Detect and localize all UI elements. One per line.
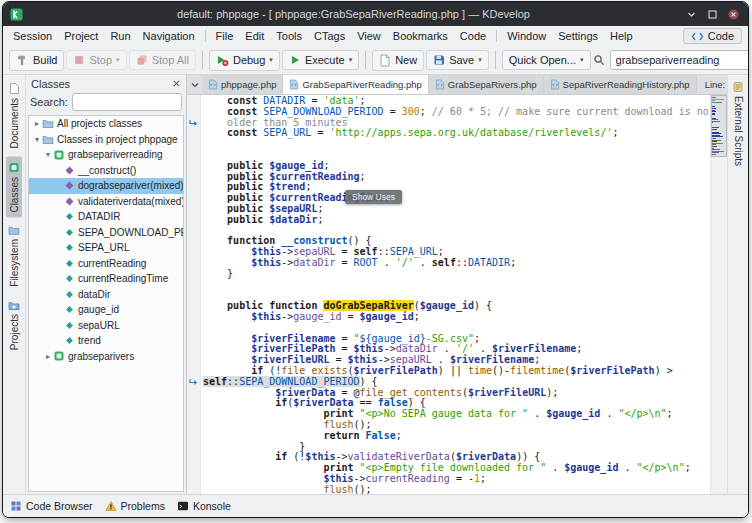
code-line[interactable]: $this->gauge_id = $gauge_id; (203, 312, 710, 323)
code-token: $sepaURL (269, 203, 317, 214)
expander-right-icon[interactable]: ▸ (43, 352, 53, 361)
code-line[interactable]: public $dataDir; (203, 215, 710, 226)
toolbar-button-save[interactable]: Save▾ (426, 50, 489, 70)
code-token: $gauge_id (360, 311, 414, 322)
app-icon (10, 8, 23, 21)
field-icon (64, 273, 75, 284)
editor-tab-phppage-php[interactable]: phppage.php (202, 75, 283, 94)
editor-tab-separiverreadinghistory-php[interactable]: SepaRiverReadingHistory.php (544, 75, 697, 94)
code-token: ; (360, 171, 366, 182)
menu-tools[interactable]: Tools (270, 28, 308, 44)
code-token: time (468, 365, 492, 376)
tree-item-dograbsepariver-mixed[interactable]: dograbsepariver(mixed) (29, 178, 183, 194)
code-line[interactable]: const SEPA_URL = 'http://apps.sepa.org.u… (203, 128, 710, 139)
toolbar-button-stop[interactable]: Stop▾ (66, 50, 126, 70)
stopall-icon (136, 54, 148, 66)
classicon-icon (53, 350, 65, 362)
close-icon (172, 79, 181, 88)
tree-item-gauge-id[interactable]: gauge_id (29, 302, 183, 318)
menu-window[interactable]: Window (501, 28, 552, 44)
code-line[interactable]: $this->dataDir = ROOT . '/' . self::DATA… (203, 258, 710, 269)
sidebar-tab-filesystem[interactable]: Filesystem (6, 220, 22, 292)
editor-gutter[interactable] (187, 95, 201, 494)
toolbar-button-new[interactable]: New (372, 50, 424, 71)
minimap[interactable] (710, 95, 727, 494)
code-line[interactable] (203, 139, 710, 150)
codebrowser-icon (10, 500, 22, 512)
document-list-button[interactable] (187, 75, 202, 94)
cursor-position: Line: 32 Col: 21 (697, 75, 727, 94)
minimize-button[interactable] (684, 7, 699, 22)
menu-ctags[interactable]: CTags (308, 28, 351, 44)
bottom-tab-konsole[interactable]: Konsole (177, 500, 231, 512)
panel-close-button[interactable] (172, 78, 181, 90)
menu-settings[interactable]: Settings (552, 28, 604, 44)
tree-item-sepaurl[interactable]: sepaURL (29, 318, 183, 334)
tree-item-classes-in-project-phppage[interactable]: ▾Classes in project phppage (29, 132, 183, 148)
tree-item-trend[interactable]: trend (29, 333, 183, 349)
tree-item-grabseparivers[interactable]: ▸grabseparivers (29, 349, 183, 365)
tree-item-sepa-url[interactable]: SEPA_URL (29, 240, 183, 256)
field-icon (64, 211, 75, 222)
sidebar-tab-documents[interactable]: Documents (7, 78, 22, 154)
titlebar[interactable]: default: phppage - [ phppage:GrabSepaRiv… (3, 2, 748, 26)
code-line[interactable]: } (203, 269, 710, 280)
menu-file[interactable]: File (210, 28, 240, 44)
bottom-tab-code-browser[interactable]: Code Browser (10, 500, 93, 512)
code-line[interactable] (203, 280, 710, 291)
code-token: = (335, 333, 353, 344)
code-line[interactable]: flush(); (203, 485, 710, 494)
field-icon (64, 304, 75, 315)
tree-item-currentreadingtime[interactable]: currentReadingTime (29, 271, 183, 287)
search-icon[interactable] (593, 54, 605, 66)
field-icon (64, 242, 75, 253)
sidebar-tab-projects[interactable]: Projects (6, 295, 22, 355)
sidebar-tab-classes[interactable]: Classes (6, 157, 22, 218)
toolbar-button-quick-open[interactable]: Quick Open...▾ (502, 50, 591, 70)
menu-bookmarks[interactable]: Bookmarks (387, 28, 454, 44)
tree-item-currentreading[interactable]: currentReading (29, 256, 183, 272)
expander-right-icon[interactable]: ▸ (32, 119, 42, 128)
code-token: __construct (281, 235, 347, 246)
menu-view[interactable]: View (351, 28, 387, 44)
tree-item-grabsepariverreading[interactable]: ▾grabsepariverreading (29, 147, 183, 163)
chevron-down-icon (686, 9, 697, 20)
code-token: public (227, 160, 269, 171)
bottom-tab-problems[interactable]: Problems (105, 500, 165, 512)
expander-down-icon[interactable]: ▾ (43, 150, 53, 159)
editor-tab-grabseparivers-php[interactable]: GrabSepaRivers.php (429, 75, 544, 94)
code-token: $riverData (293, 397, 353, 408)
menu-navigation[interactable]: Navigation (137, 28, 201, 44)
tree-item-sepa-download-period[interactable]: SEPA_DOWNLOAD_PERIOD (29, 225, 183, 241)
menu-run[interactable]: Run (104, 28, 136, 44)
expander-down-icon[interactable]: ▾ (32, 135, 42, 144)
toolbar-button-execute[interactable]: Execute▾ (282, 50, 359, 70)
tree-item-construct[interactable]: __construct() (29, 163, 183, 179)
close-button[interactable] (726, 7, 741, 22)
search-input[interactable] (610, 50, 749, 70)
tree-item-all-projects-classes[interactable]: ▸All projects classes (29, 116, 183, 132)
menu-code[interactable]: Code (454, 28, 492, 44)
toolbar-button-build[interactable]: Build (9, 50, 64, 71)
menu-session[interactable]: Session (7, 28, 58, 44)
menu-help[interactable]: Help (604, 28, 639, 44)
editor-tab-grabsepariverreading-php[interactable]: GrabSepaRiverReading.php (283, 75, 428, 94)
tree-item-datadir[interactable]: dataDir (29, 287, 183, 303)
menu-edit[interactable]: Edit (239, 28, 270, 44)
minimap-slider[interactable] (711, 95, 727, 157)
tree-item-datadir[interactable]: DATADIR (29, 209, 183, 225)
area-switcher-button[interactable]: Code (683, 28, 742, 44)
toolbar-button-stop-all[interactable]: Stop All (129, 50, 196, 70)
code-token: public (227, 171, 269, 182)
toolbar-button-debug[interactable]: Debug▾ (209, 50, 280, 71)
classes-panel-header: Classes (26, 75, 186, 91)
tree-item-validateriverdata-mixed[interactable]: validateriverdata(mixed) (29, 194, 183, 210)
maximize-button[interactable] (705, 7, 720, 22)
php-icon (289, 79, 299, 90)
uses-tooltip[interactable]: Show Uses (345, 190, 402, 204)
code-token: $gauge_id (420, 300, 474, 311)
code-area[interactable]: const DATADIR = 'data'; const SEPA_DOWNL… (201, 95, 710, 494)
menu-project[interactable]: Project (58, 28, 104, 44)
classes-search-input[interactable] (72, 93, 182, 111)
sidebar-tab-external-scripts[interactable]: External Scripts (731, 78, 745, 169)
